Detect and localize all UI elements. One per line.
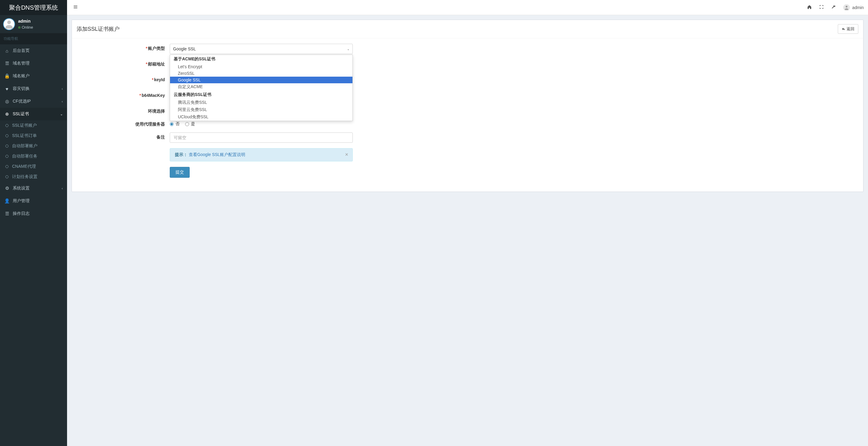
user-icon [844,5,849,10]
dd-group-acme: 基于ACME的SSL证书 [170,55,352,63]
menu-toggle-button[interactable] [71,3,80,12]
user-icon [4,19,14,30]
dd-opt-tencent[interactable]: 腾讯云免费SSL [170,99,352,106]
account-type-dropdown: 基于ACME的SSL证书 Let's Encrypt ZeroSSL Googl… [170,55,353,121]
gear-icon: ⚙ [4,185,10,191]
info-alert: 提示： 查看Google SSL账户配置说明 × [170,148,353,162]
topbar-username: admin [852,5,864,10]
dd-opt-aliyun[interactable]: 阿里云免费SSL [170,106,352,113]
bullet-icon [5,124,8,127]
dd-opt-custom-acme[interactable]: 自定义ACME [170,83,352,91]
sidebar-item-failover[interactable]: ♥容灾切换‹ [0,82,67,95]
label-proxy: 使用代理服务器 [77,119,170,127]
home-icon: ⌂ [4,48,10,54]
label-email: *邮箱地址 [77,60,170,67]
sidebar-sub-cname[interactable]: CNAME代理 [0,162,67,172]
expand-icon [819,4,824,9]
nav-header: 功能导航 [0,33,67,44]
bullet-icon [5,144,8,147]
label-mackey: *b64MacKey [77,91,170,98]
submit-button[interactable]: 提交 [170,167,190,178]
sidebar-item-cfip[interactable]: ◎CF优选IP‹ [0,95,67,108]
bullet-icon [5,175,8,178]
list-icon: ☰ [4,61,10,66]
chevron-down-icon: ⌄ [347,47,349,51]
bullet-icon [5,165,8,168]
svg-point-1 [846,6,847,7]
chevron-left-icon: ‹ [62,186,63,190]
label-type: *账户类型 [77,44,170,51]
wrench-icon [831,4,836,9]
sidebar-item-domain[interactable]: ☰域名管理 [0,57,67,70]
status-dot-icon [18,26,21,29]
sidebar: 聚合DNS管理系统 admin Online 功能导航 ⌂后台首页 ☰域名管理 … [0,0,67,197]
panel: 添加SSL证书账户 返回 *账户类型 Google SSL ⌄ 基于A [71,20,864,192]
bullet-icon [5,134,8,137]
proxy-yes-radio[interactable]: 是 [185,121,195,127]
row-alert: 提示： 查看Google SSL账户配置说明 × [77,148,858,162]
sidebar-sub-deploy-tasks[interactable]: 自动部署任务 [0,151,67,162]
proxy-no-radio[interactable]: 否 [170,121,180,127]
sidebar-sub-ssl-accounts[interactable]: SSL证书账户 [0,121,67,131]
user-panel: admin Online [0,15,67,33]
select-value: Google SSL [173,46,196,51]
home-button[interactable] [807,4,812,10]
chevron-left-icon: ‹ [62,100,63,103]
panel-title: 添加SSL证书账户 [77,25,838,33]
account-type-select[interactable]: Google SSL ⌄ [170,44,353,54]
sidebar-item-ssl[interactable]: ⊕SSL证书⌄ [0,108,67,121]
fullscreen-button[interactable] [819,4,824,10]
alert-prefix: 提示： [175,152,188,157]
back-button[interactable]: 返回 [838,24,858,34]
panel-body: *账户类型 Google SSL ⌄ 基于ACME的SSL证书 Let's En… [72,38,863,192]
dd-opt-zerossl[interactable]: ZeroSSL [170,70,352,77]
label-env: 环境选择 [77,106,170,114]
chevron-left-icon: ‹ [62,87,63,91]
topbar: admin [67,0,868,15]
dd-opt-letsencrypt[interactable]: Let's Encrypt [170,63,352,70]
label-keyid: *keyId [77,75,170,82]
dd-opt-ucloud[interactable]: UCloud免费SSL [170,113,352,121]
dd-opt-googlessl[interactable]: Google SSL [170,77,352,83]
sidebar-sub-deploy-accounts[interactable]: 自动部署账户 [0,141,67,151]
content: 添加SSL证书账户 返回 *账户类型 Google SSL ⌄ 基于A [67,15,868,197]
user-status: Online [18,25,33,30]
avatar [3,18,15,30]
main: admin 添加SSL证书账户 返回 *账户类型 Google SSL [67,0,868,197]
label-remark: 备注 [77,133,170,140]
chevron-down-icon: ⌄ [60,112,63,116]
user-info: admin Online [18,19,33,30]
sidebar-sub-cron[interactable]: 计划任务设置 [0,172,67,182]
menu-icon [73,4,78,9]
app-title: 聚合DNS管理系统 [0,0,67,15]
panel-header: 添加SSL证书账户 返回 [72,20,863,38]
heart-icon: ♥ [4,86,10,92]
sidebar-item-home[interactable]: ⌂后台首页 [0,44,67,57]
row-type: *账户类型 Google SSL ⌄ 基于ACME的SSL证书 Let's En… [77,44,858,54]
user-name: admin [18,19,33,24]
alert-close-button[interactable]: × [345,151,348,158]
reply-icon [842,27,845,31]
alert-link[interactable]: 查看Google SSL账户配置说明 [189,152,246,157]
svg-point-0 [7,21,11,24]
remark-input[interactable] [170,133,353,143]
sidebar-item-account[interactable]: 🔒域名账户 [0,70,67,82]
user-menu[interactable]: admin [843,4,864,11]
row-remark: 备注 [77,133,858,143]
globe-icon: ◎ [4,99,10,104]
bullet-icon [5,155,8,158]
shield-icon: ⊕ [4,111,10,117]
row-submit: 提交 [77,167,858,178]
avatar-small [843,4,850,11]
dd-group-cloud: 云服务商的SSL证书 [170,91,352,99]
tools-button[interactable] [831,4,836,10]
sidebar-item-users[interactable]: 👤用户管理 [0,195,67,197]
sidebar-item-settings[interactable]: ⚙系统设置‹ [0,182,67,195]
lock-icon: 🔒 [4,73,10,79]
sidebar-sub-ssl-orders[interactable]: SSL证书订单 [0,131,67,141]
home-icon [807,4,812,9]
